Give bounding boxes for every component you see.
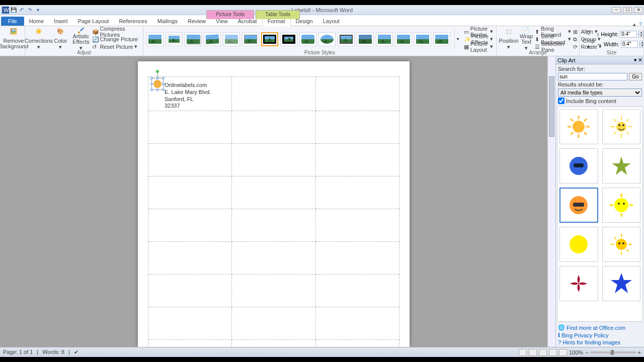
page-status[interactable]: Page: 1 of 1 xyxy=(3,349,33,355)
height-label: Height: xyxy=(601,31,618,37)
svg-point-29 xyxy=(623,203,625,205)
svg-line-18 xyxy=(614,119,616,122)
group-label-arrange: Arrange xyxy=(497,49,579,56)
help-small-icon: ? xyxy=(558,339,561,345)
tab-mailings[interactable]: Mailings xyxy=(152,17,183,26)
maximize-button[interactable]: ☐ xyxy=(623,7,632,13)
svg-point-37 xyxy=(622,242,624,244)
gallery-more-icon[interactable]: ▾ xyxy=(457,37,459,41)
svg-point-34 xyxy=(570,235,588,253)
label-cell[interactable] xyxy=(232,77,315,111)
label-cell[interactable]: Onlinelabels.com E. Lake Mary Blvd. Sanf… xyxy=(148,77,232,111)
width-up[interactable]: ▴ xyxy=(639,41,644,44)
change-picture-button[interactable]: 🔄Change Picture xyxy=(92,36,139,43)
context-tab-picture-tools[interactable]: Picture Tools xyxy=(206,10,254,19)
selected-clipart[interactable] xyxy=(151,78,164,90)
pane-dropdown-icon[interactable]: ▾ xyxy=(634,57,637,63)
zoom-level[interactable]: 100% xyxy=(569,349,583,355)
svg-line-7 xyxy=(571,119,573,121)
ribbon: 🖼️Remove Background ☀️Corrections▾ 🎨Colo… xyxy=(0,26,644,56)
svg-point-12 xyxy=(618,124,620,126)
globe-icon: 🌐 xyxy=(558,324,565,331)
proofing-icon[interactable]: ✔ xyxy=(74,349,78,355)
rotate-handle[interactable] xyxy=(156,70,159,73)
svg-marker-44 xyxy=(611,273,632,293)
bing-privacy-link[interactable]: ℹBing Privacy Policy xyxy=(558,332,642,338)
outline-view[interactable] xyxy=(549,349,557,356)
svg-point-28 xyxy=(618,203,620,205)
hints-link[interactable]: ?Hints for finding images xyxy=(558,339,642,345)
document-area[interactable]: Onlinelabels.com E. Lake Mary Blvd. Sanf… xyxy=(0,56,547,347)
clip-result-selected[interactable] xyxy=(559,188,598,223)
undo-icon[interactable]: ↶ xyxy=(18,7,25,14)
tab-references[interactable]: References xyxy=(114,17,152,26)
tab-file[interactable]: File xyxy=(1,17,24,26)
clip-result[interactable] xyxy=(602,109,641,144)
compress-pictures-button[interactable]: 📦Compress Pictures xyxy=(92,28,139,35)
clip-result[interactable] xyxy=(559,266,598,301)
status-bar: Page: 1 of 1 | Words: 8 | ✔ 100% − + xyxy=(0,347,644,357)
pane-close-icon[interactable]: ✕ xyxy=(638,57,642,63)
svg-rect-26 xyxy=(573,203,584,207)
ribbon-tabs: File Home Insert Page Layout References … xyxy=(0,15,644,26)
fullscreen-view[interactable] xyxy=(529,349,537,356)
clip-result[interactable] xyxy=(559,109,598,144)
word-count[interactable]: Words: 8 xyxy=(42,349,64,355)
clip-result[interactable] xyxy=(602,148,641,184)
artistic-effects-button[interactable]: 🖌️Artistic Effects▾ xyxy=(72,28,91,50)
group-label-size: Size xyxy=(580,49,643,56)
qat-dropdown-icon[interactable]: ▾ xyxy=(34,7,41,14)
print-layout-view[interactable] xyxy=(519,349,527,356)
svg-marker-24 xyxy=(612,156,631,175)
minimize-button[interactable]: ─ xyxy=(612,7,621,13)
picture-styles-gallery[interactable] xyxy=(146,32,450,46)
width-input[interactable] xyxy=(621,41,638,48)
tab-home[interactable]: Home xyxy=(24,17,49,26)
svg-point-2 xyxy=(573,121,585,133)
clip-result[interactable] xyxy=(602,266,641,301)
height-up[interactable]: ▴ xyxy=(638,31,643,34)
label-cell[interactable] xyxy=(315,77,399,111)
remove-background-button[interactable]: 🖼️Remove Background xyxy=(3,28,24,50)
find-more-link[interactable]: 🌐Find more at Office.com xyxy=(558,324,642,331)
label-line4: 32337 xyxy=(165,103,211,110)
clipart-title: Clip Art xyxy=(557,57,575,63)
svg-point-13 xyxy=(622,124,624,126)
clip-result[interactable] xyxy=(559,148,598,184)
web-view[interactable] xyxy=(539,349,547,356)
context-tab-table-tools[interactable]: Table Tools xyxy=(256,10,300,19)
clipart-search-input[interactable] xyxy=(558,73,627,80)
height-input[interactable] xyxy=(620,31,637,38)
tab-insert[interactable]: Insert xyxy=(49,17,73,26)
svg-point-27 xyxy=(614,198,628,212)
crop-button[interactable]: ✂Crop▾ xyxy=(583,28,595,50)
height-icon: ↕ xyxy=(597,31,600,37)
title-bar: W 💾 ↶ ↷ ▾ Labels8 - Microsoft Word ─ ☐ ✕ xyxy=(0,5,644,15)
redo-icon[interactable]: ↷ xyxy=(26,7,33,14)
wrap-text-button[interactable]: 📄Wrap Text▾ xyxy=(520,28,533,50)
svg-rect-23 xyxy=(574,163,584,167)
zoom-out-button[interactable]: − xyxy=(585,349,588,355)
tab-layout[interactable]: Layout xyxy=(318,17,345,26)
clip-result[interactable] xyxy=(602,227,641,262)
vertical-scrollbar[interactable] xyxy=(547,56,555,347)
svg-point-36 xyxy=(618,242,620,244)
clip-result[interactable] xyxy=(559,227,598,262)
svg-line-20 xyxy=(614,132,616,134)
clip-result[interactable] xyxy=(602,188,641,223)
label-line1: Onlinelabels.com xyxy=(165,82,211,89)
position-button[interactable]: ⬚Position▾ xyxy=(500,28,518,50)
include-bing-checkbox[interactable] xyxy=(558,98,565,104)
go-button[interactable]: Go xyxy=(629,73,642,80)
tab-page-layout[interactable]: Page Layout xyxy=(73,17,114,26)
draft-view[interactable] xyxy=(559,349,567,356)
height-down[interactable]: ▾ xyxy=(638,34,643,38)
width-down[interactable]: ▾ xyxy=(639,44,644,48)
color-button[interactable]: 🎨Color▾ xyxy=(51,28,70,50)
zoom-in-button[interactable]: + xyxy=(638,349,641,355)
corrections-button[interactable]: ☀️Corrections▾ xyxy=(28,28,49,50)
save-icon[interactable]: 💾 xyxy=(10,7,17,14)
media-type-select[interactable]: All media file types xyxy=(558,88,642,97)
zoom-slider[interactable] xyxy=(591,351,636,353)
close-button[interactable]: ✕ xyxy=(634,7,643,13)
